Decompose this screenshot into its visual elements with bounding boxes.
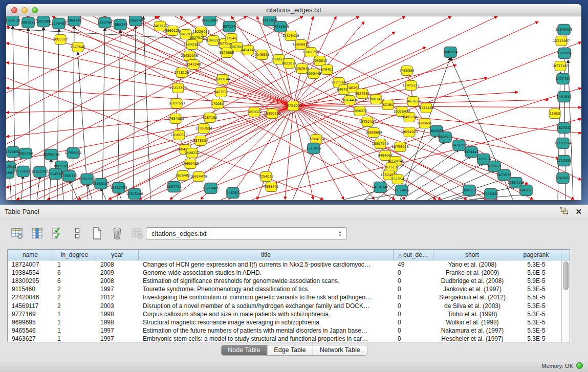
vertical-scrollbar[interactable] bbox=[561, 260, 570, 342]
graph-node-label: 6479197 bbox=[452, 143, 467, 147]
graph-node-label: 7635441 bbox=[264, 185, 279, 189]
column-header-out_de[interactable]: △out_de… bbox=[394, 250, 433, 260]
table-row[interactable]: 969969511998Structural magnetic resonanc… bbox=[8, 318, 561, 326]
graph-node-label: 20206576 bbox=[42, 152, 59, 157]
cell-in_degree: 1 bbox=[53, 327, 96, 334]
graph-edge bbox=[143, 16, 150, 200]
delete-table-icon-disabled[interactable] bbox=[130, 226, 144, 240]
cell-short: Wolkin et al. (1998) bbox=[433, 319, 511, 326]
delete-icon[interactable] bbox=[110, 226, 124, 240]
graph-node-label: 2003532 bbox=[21, 20, 36, 25]
cell-name: 9465546 bbox=[8, 327, 53, 334]
table-row[interactable]: 1830029562008Estimation of significance … bbox=[8, 277, 561, 285]
graph-edge bbox=[293, 106, 581, 107]
table-row[interactable]: 946554611997Estimation of the future num… bbox=[8, 326, 561, 335]
graph-node-label: 1648794 bbox=[443, 50, 458, 54]
graph-node-label: 15720407 bbox=[359, 120, 376, 124]
graph-edge bbox=[6, 27, 293, 106]
select-rows-icon[interactable] bbox=[50, 226, 64, 240]
citation-network-graph[interactable]: 1660128200353222820885276482786614016527… bbox=[6, 16, 581, 200]
tab-network-table[interactable]: Network Table bbox=[313, 345, 367, 355]
graph-node-label: 9146821 bbox=[255, 53, 270, 57]
graph-node-label: 12923446 bbox=[126, 192, 143, 196]
cell-title: Estimation of significance thresholds fo… bbox=[139, 277, 394, 285]
table-tabs: Node TableEdge TableNetwork Table bbox=[221, 345, 367, 356]
table-row[interactable]: 911546021997Tourette syndrome. Phenomeno… bbox=[8, 285, 561, 293]
table-row[interactable]: 2242004622012Investigating the contribut… bbox=[8, 293, 561, 301]
cell-name: 18300295 bbox=[8, 277, 53, 285]
close-window-button[interactable] bbox=[11, 7, 17, 13]
cell-out_de: 0 bbox=[394, 311, 433, 318]
graph-edge bbox=[6, 62, 293, 106]
minimize-window-button[interactable] bbox=[21, 7, 28, 13]
column-header-in_degree[interactable]: in_degree bbox=[53, 250, 96, 260]
network-table-dropdown[interactable]: citations_edges.txt ▲▼ bbox=[146, 227, 347, 240]
new-document-icon[interactable] bbox=[90, 226, 104, 240]
cell-in_degree: 6 bbox=[53, 269, 96, 276]
table-panel-titlebar: Table Panel ✕ bbox=[0, 205, 588, 218]
cell-year: 2012 bbox=[96, 294, 139, 301]
graph-node-label: 1513455 bbox=[307, 146, 321, 150]
close-panel-icon[interactable]: ✕ bbox=[575, 208, 582, 216]
graph-edge bbox=[37, 176, 40, 200]
cell-short: de Silva et al. (2003) bbox=[433, 302, 511, 310]
graph-node-label: 7463822 bbox=[153, 24, 168, 28]
cell-in_degree: 1 bbox=[53, 311, 96, 318]
graph-node-label: 252254 bbox=[391, 177, 404, 181]
table-row[interactable]: 1456911722003Disruption of a novel membe… bbox=[8, 301, 561, 310]
cell-title: Changes of HCN gene expression and I(f) … bbox=[139, 261, 394, 268]
graph-node-label: 13942757 bbox=[31, 170, 48, 174]
cell-out_de: 0 bbox=[394, 327, 433, 334]
graph-node-label: 1710359 bbox=[557, 159, 572, 163]
dropdown-stepper-icon: ▲▼ bbox=[338, 230, 342, 238]
column-header-name[interactable]: name bbox=[8, 250, 53, 260]
cell-pagerank: 5.3E-5 bbox=[511, 302, 561, 310]
cell-title: Investigating the contribution of common… bbox=[139, 294, 394, 301]
table-row[interactable]: 1872400712008Changes of HCN gene express… bbox=[8, 260, 561, 269]
graph-node-label: 11545408 bbox=[555, 28, 572, 32]
table-row[interactable]: 946362711997Embryonic stem cells: a mode… bbox=[8, 335, 561, 342]
vertical-boxes-icon[interactable] bbox=[70, 226, 84, 240]
cell-in_degree: 1 bbox=[53, 335, 96, 342]
graph-node-label: 1096352 bbox=[462, 188, 477, 192]
graph-node-label: 16958107 bbox=[92, 182, 109, 186]
cell-year: 1997 bbox=[96, 335, 139, 342]
zoom-window-button[interactable] bbox=[32, 7, 38, 13]
float-panel-icon[interactable] bbox=[560, 207, 568, 216]
graph-node-label: 8990448 bbox=[307, 72, 321, 76]
cell-year: 2008 bbox=[96, 277, 139, 285]
column-header-short[interactable]: short bbox=[433, 250, 511, 260]
cell-pagerank: 5.3E-5 bbox=[511, 327, 561, 334]
cell-name: 22420046 bbox=[8, 294, 53, 301]
column-header-pagerank[interactable]: pagerank bbox=[511, 250, 561, 260]
graph-edge bbox=[118, 30, 120, 200]
tab-edge-table[interactable]: Edge Table bbox=[267, 345, 313, 355]
cell-short: Hescheler et al. (1997) bbox=[433, 335, 511, 342]
header-scrollbar-filler bbox=[561, 250, 570, 260]
table-settings-icon[interactable] bbox=[10, 226, 25, 240]
memory-ok-indicator[interactable] bbox=[576, 362, 583, 369]
cell-title: Corpus callosum shape and size in male p… bbox=[139, 311, 394, 318]
scrollbar-thumb[interactable] bbox=[563, 261, 569, 290]
graph-node-label: 9245012 bbox=[556, 176, 571, 180]
table-row[interactable]: 977716911998Corpus callosum shape and si… bbox=[8, 310, 561, 318]
cell-pagerank: 5.3E-5 bbox=[511, 335, 561, 342]
dropdown-value: citations_edges.txt bbox=[151, 230, 207, 237]
graph-node-label: 9463627 bbox=[406, 99, 421, 103]
table-row[interactable]: 1938455462009Genome-wide association stu… bbox=[8, 269, 561, 277]
table-panel-title: Table Panel bbox=[5, 208, 39, 215]
window-titlebar[interactable]: citations_edges.txt bbox=[6, 4, 581, 16]
graph-node-label: 1625832 bbox=[557, 126, 572, 130]
graph-node-label: 10654112 bbox=[507, 181, 524, 185]
column-header-title[interactable]: title bbox=[139, 250, 394, 260]
graph-node-label: 10807487 bbox=[367, 97, 384, 101]
network-canvas[interactable]: 1660128200353222820885276482786614016527… bbox=[6, 16, 581, 200]
tab-node-table[interactable]: Node Table bbox=[221, 345, 267, 355]
graph-node-label: 12353594 bbox=[195, 126, 212, 130]
graph-node-label: 14699489 bbox=[182, 162, 199, 166]
show-column-icon[interactable] bbox=[30, 226, 45, 240]
graph-node-label: 12213987 bbox=[553, 39, 570, 43]
column-header-year[interactable]: year bbox=[96, 250, 139, 260]
graph-node-label: 1362615 bbox=[295, 67, 310, 71]
cell-out_de: 0 bbox=[394, 286, 433, 293]
